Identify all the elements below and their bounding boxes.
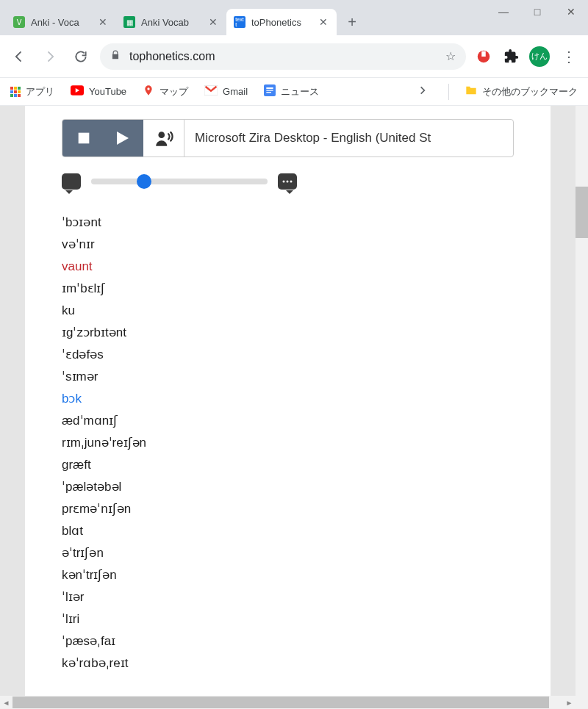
window-controls: — □ ✕ xyxy=(487,0,588,24)
address-bar[interactable]: tophonetics.com ☆ xyxy=(100,43,466,70)
phonetic-word[interactable]: bɔk xyxy=(62,388,514,410)
horizontal-scrollbar[interactable]: ◄ ► xyxy=(0,696,576,709)
player-controls xyxy=(62,120,143,156)
bookmark-youtube[interactable]: YouTube xyxy=(71,85,126,98)
phonetic-word[interactable]: ˈlɪər xyxy=(62,586,514,608)
tab-title: toPhonetics xyxy=(251,17,312,28)
apps-grid-icon xyxy=(10,87,21,97)
close-icon[interactable]: ✕ xyxy=(97,16,109,28)
browser-toolbar: tophonetics.com ☆ けん ⋮ xyxy=(0,35,588,78)
bookmark-gmail[interactable]: Gmail xyxy=(204,85,248,98)
browser-menu-button[interactable]: ⋮ xyxy=(557,45,581,68)
close-icon[interactable]: ✕ xyxy=(318,16,329,28)
phonetic-word[interactable]: ˈpælətəbəl xyxy=(62,476,514,498)
bookmark-other[interactable]: その他のブックマーク xyxy=(465,85,578,98)
scrollbar-track[interactable] xyxy=(12,696,563,709)
svg-point-10 xyxy=(158,132,165,138)
phonetic-word[interactable]: ˈlɪri xyxy=(62,608,514,630)
svg-point-3 xyxy=(147,87,149,90)
bookmark-apps[interactable]: アプリ xyxy=(10,85,54,98)
page-content: Microsoft Zira Desktop - English (United… xyxy=(25,106,551,696)
phonetic-word[interactable]: ˈpæsəˌfaɪ xyxy=(62,630,514,652)
chevron-right-icon xyxy=(417,85,428,96)
reload-icon xyxy=(74,49,88,64)
tab-title: Anki - Voca xyxy=(31,17,91,28)
play-icon xyxy=(112,129,130,147)
maps-icon xyxy=(143,84,154,98)
phonetic-word[interactable]: ɪmˈbɛlɪʃ xyxy=(62,278,514,300)
new-tab-button[interactable]: + xyxy=(341,11,363,33)
bookmark-label: Gmail xyxy=(223,86,248,97)
phonetic-word[interactable]: kənˈtrɪʃən xyxy=(62,564,514,586)
favicon-sheets: ▦ xyxy=(123,16,135,28)
phonetic-word[interactable]: ˈɛdəfəs xyxy=(62,344,514,366)
svg-rect-7 xyxy=(266,90,273,90)
bookmark-maps[interactable]: マップ xyxy=(143,84,188,98)
phonetic-word[interactable]: ɪgˈzɔrbɪtənt xyxy=(62,322,514,344)
tab-title: Anki Vocab xyxy=(141,17,201,28)
tab-tophonetics[interactable]: textt toPhonetics ✕ xyxy=(226,9,337,35)
speed-slider[interactable] xyxy=(91,179,268,184)
arrow-left-icon xyxy=(12,49,26,64)
star-icon[interactable]: ☆ xyxy=(445,49,456,63)
window-close-button[interactable]: ✕ xyxy=(554,0,588,24)
phonetic-word[interactable]: græft xyxy=(62,454,514,476)
lock-icon xyxy=(110,50,121,63)
stop-icon xyxy=(76,130,92,146)
bookmark-label: その他のブックマーク xyxy=(482,85,578,98)
gmail-icon xyxy=(204,85,218,98)
tab-sheets[interactable]: ▦ Anki Vocab ✕ xyxy=(116,9,226,35)
extensions-puzzle-icon[interactable] xyxy=(501,46,522,67)
folder-icon xyxy=(465,85,477,98)
extension-icon-1[interactable] xyxy=(473,46,494,67)
bookmark-label: ニュース xyxy=(281,85,319,98)
play-button[interactable] xyxy=(112,129,130,147)
bookmark-label: アプリ xyxy=(26,85,54,98)
vertical-scrollbar[interactable] xyxy=(576,106,588,696)
favicon-anki: V xyxy=(13,16,25,28)
phonetic-word[interactable]: prɛməˈnɪʃən xyxy=(62,498,514,520)
fast-indicator-icon xyxy=(278,173,297,190)
phonetic-word[interactable]: ˈsɪmər xyxy=(62,366,514,388)
phonetics-list: ˈbɔɪəntvəˈnɪrvauntɪmˈbɛlɪʃkuɪgˈzɔrbɪtənt… xyxy=(62,212,514,674)
back-button[interactable] xyxy=(7,45,31,68)
phonetic-word[interactable]: ku xyxy=(62,300,514,322)
svg-rect-9 xyxy=(79,133,90,144)
reload-button[interactable] xyxy=(69,45,93,68)
arrow-right-icon xyxy=(43,49,57,64)
phonetic-word[interactable]: əˈtrɪʃən xyxy=(62,542,514,564)
scroll-corner xyxy=(576,696,588,709)
slider-thumb[interactable] xyxy=(137,174,151,189)
page-gutter xyxy=(551,106,576,696)
news-icon xyxy=(264,84,276,98)
url-text: tophonetics.com xyxy=(129,50,437,63)
scroll-right-arrow[interactable]: ► xyxy=(563,697,576,709)
phonetic-word[interactable]: kəˈrɑbəˌreɪt xyxy=(62,652,514,674)
svg-rect-1 xyxy=(481,51,486,56)
window-minimize-button[interactable]: — xyxy=(487,0,520,24)
phonetic-word[interactable]: blɑt xyxy=(62,520,514,542)
bookmark-news[interactable]: ニュース xyxy=(264,84,319,98)
speed-slider-row xyxy=(62,173,514,190)
tab-anki[interactable]: V Anki - Voca ✕ xyxy=(6,9,116,35)
forward-button[interactable] xyxy=(38,45,62,68)
speak-button[interactable] xyxy=(143,120,184,156)
slow-indicator-icon xyxy=(62,173,81,190)
page-gutter xyxy=(0,106,25,696)
stop-button[interactable] xyxy=(76,130,92,146)
phonetic-word[interactable]: rɪmˌjunəˈreɪʃən xyxy=(62,432,514,454)
audio-player: Microsoft Zira Desktop - English (United… xyxy=(62,119,514,157)
voice-label: Microsoft Zira Desktop - English (United… xyxy=(195,131,431,145)
scrollbar-thumb[interactable] xyxy=(12,697,549,708)
voice-select[interactable]: Microsoft Zira Desktop - English (United… xyxy=(184,120,513,156)
scroll-left-arrow[interactable]: ◄ xyxy=(0,697,12,709)
close-icon[interactable]: ✕ xyxy=(207,16,219,28)
profile-avatar[interactable]: けん xyxy=(529,46,550,67)
bookmarks-overflow-button[interactable] xyxy=(413,85,432,98)
scrollbar-thumb[interactable] xyxy=(576,187,588,238)
phonetic-word[interactable]: ædˈmɑnɪʃ xyxy=(62,410,514,432)
phonetic-word[interactable]: vəˈnɪr xyxy=(62,234,514,256)
phonetic-word[interactable]: vaunt xyxy=(62,256,514,278)
phonetic-word[interactable]: ˈbɔɪənt xyxy=(62,212,514,234)
window-maximize-button[interactable]: □ xyxy=(520,0,554,24)
